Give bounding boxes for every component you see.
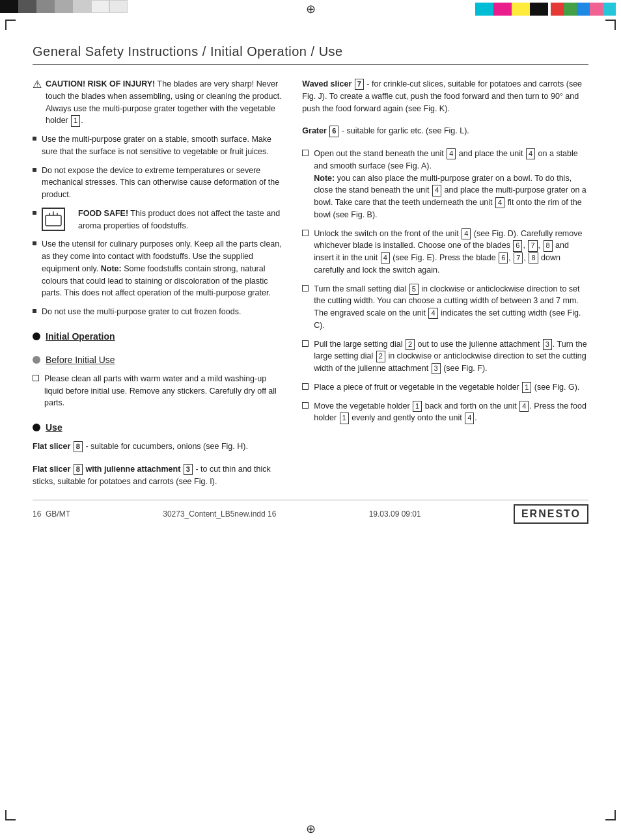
step5-n1: 1 [522, 382, 531, 393]
flat-slicer-2-num: 8 [74, 464, 83, 475]
ernesto-logo: ERNESTO [514, 504, 588, 524]
caution-num-box: 1 [71, 115, 80, 126]
grater-section: Grater 6 - suitable for garlic etc. (see… [302, 125, 588, 137]
step1-n4: 4 [495, 197, 504, 208]
flat-slicer-1-text: Flat slicer 8 - suitable for cucumbers, … [33, 440, 283, 453]
step2-n8: 8 [529, 252, 538, 264]
color-block-dgray [18, 0, 36, 13]
main-page: General Safety Instructions / Initial Op… [0, 18, 621, 530]
color-block-black2 [530, 3, 548, 16]
flat-slicer-1-title: Flat slicer 8 [33, 442, 83, 451]
step2-n5: 4 [381, 252, 390, 264]
before-use-list: Please clean all parts with warm water a… [33, 373, 283, 409]
chk-6 [302, 402, 309, 409]
before-use-header: Before Initial Use [33, 355, 283, 365]
section-dot-before [33, 356, 40, 364]
color-block-red [551, 3, 564, 16]
step6-n2: 4 [519, 401, 529, 412]
step6-n4: 4 [465, 413, 474, 424]
step3-n2: 4 [428, 308, 437, 319]
two-col-layout: ⚠ CAUTION! RISK OF INJURY! The blades ar… [33, 78, 588, 498]
step-1: Open out the stand beneath the unit 4 an… [302, 148, 588, 221]
color-block-blue [577, 3, 590, 16]
initial-op-title: Initial Operation [46, 331, 115, 342]
chk-1 [302, 150, 309, 156]
before-use-item-1: Please clean all parts with warm water a… [33, 373, 283, 409]
color-block-black [0, 0, 18, 13]
color-block-magenta [493, 3, 512, 16]
flat-slicer-2-section: Flat slicer 8 with julienne attachment 3… [33, 463, 283, 488]
bullet-item-5: Do not use the multi-purpose grater to c… [33, 306, 283, 318]
flat-slicer-2-title: Flat slicer 8 with julienne attachment 3 [33, 465, 193, 474]
corner-mark-bl [5, 810, 16, 820]
color-block-llgray [73, 0, 91, 13]
caution-warning: ⚠ CAUTION! RISK OF INJURY! The blades ar… [33, 78, 283, 127]
steps-list: Open out the stand beneath the unit 4 an… [302, 148, 588, 424]
chk-4 [302, 340, 309, 347]
step2-n6: 6 [499, 252, 508, 264]
bullet-text-5: Do not use the multi-purpose grater to c… [42, 306, 241, 318]
bullet-text-2: Do not expose the device to extreme temp… [42, 165, 283, 201]
col-left: ⚠ CAUTION! RISK OF INJURY! The blades ar… [33, 78, 283, 498]
chk-2 [302, 230, 309, 236]
step4-n4: 3 [432, 363, 441, 374]
bullet-item-3: FOOD SAFE! This product does not affect … [33, 208, 283, 232]
step2-n2: 6 [513, 240, 522, 251]
safety-bullet-list: Use the multi-purpose grater on a stable… [33, 133, 283, 318]
step1-n3: 4 [432, 185, 441, 196]
flat-slicer-2-num2: 3 [184, 464, 193, 475]
bullet-text-1: Use the multi-purpose grater on a stable… [42, 133, 283, 158]
crosshair-top [304, 3, 317, 16]
color-blocks-right [475, 3, 616, 16]
grater-text: Grater 6 - suitable for garlic etc. (see… [302, 125, 588, 137]
color-block-pink [590, 3, 603, 16]
color-block-lgray [55, 0, 73, 13]
bullet-sq-4 [33, 241, 36, 245]
before-use-text: Please clean all parts with warm water a… [44, 373, 283, 409]
bullet-sq-5 [33, 309, 36, 313]
use-header: Use [33, 422, 283, 433]
svg-rect-0 [46, 215, 61, 226]
bullet-text-4: Use the utensil for culinary purposes on… [42, 238, 283, 299]
color-block-white [91, 0, 109, 13]
warning-icon: ⚠ [33, 78, 42, 90]
section-dot-use [33, 424, 40, 431]
step-4-text: Pull the large setting dial 2 out to use… [314, 338, 588, 375]
step2-n4: 8 [544, 240, 553, 251]
waved-slicer-num: 7 [355, 79, 364, 90]
section-dot-initial [33, 332, 40, 340]
step1-n2: 4 [526, 148, 535, 159]
chk-5 [302, 383, 309, 390]
flat-slicer-1-desc: - suitable for cucumbers, onions (see Fi… [85, 442, 247, 451]
flat-slicer-1-section: Flat slicer 8 - suitable for cucumbers, … [33, 440, 283, 453]
footer-page-info: 16 GB/MT [33, 509, 70, 519]
step4-n1: 2 [406, 339, 415, 350]
step3-n1: 5 [409, 284, 419, 295]
flat-slicer-2-text: Flat slicer 8 with julienne attachment 3… [33, 463, 283, 488]
bullet-sq-2 [33, 168, 36, 172]
checkbox-1 [33, 375, 39, 381]
grater-title: Grater 6 [302, 126, 339, 135]
bullet-sq-3 [33, 211, 36, 215]
waved-slicer-text: Waved slicer 7 - for crinkle-cut slices,… [302, 78, 588, 115]
color-block-cyan [475, 3, 493, 16]
color-block-teal [603, 3, 616, 16]
waved-slicer-title: Waved slicer 7 [302, 79, 365, 88]
corner-mark-br [605, 810, 616, 820]
caution-text: CAUTION! RISK OF INJURY! The blades are … [46, 78, 283, 127]
color-block-white2 [109, 0, 128, 13]
page-footer: 16 GB/MT 30273_Content_LB5new.indd 16 19… [33, 500, 588, 524]
bullet-sq-1 [33, 137, 36, 141]
color-block-green [564, 3, 577, 16]
step1-n1: 4 [447, 148, 456, 159]
caution-title: CAUTION! RISK OF INJURY! [46, 79, 155, 88]
footer-file-info: 30273_Content_LB5new.indd 16 [163, 509, 276, 519]
step-4: Pull the large setting dial 2 out to use… [302, 338, 588, 375]
color-block-gray [36, 0, 55, 13]
step-3-text: Turn the small setting dial 5 in clockwi… [314, 283, 588, 332]
color-blocks-left [0, 0, 128, 18]
step-2: Unlock the switch on the front of the un… [302, 228, 588, 277]
step-2-text: Unlock the switch on the front of the un… [314, 228, 588, 277]
page-title: General Safety Instructions / Initial Op… [33, 44, 588, 65]
step2-n3: 7 [528, 240, 537, 251]
